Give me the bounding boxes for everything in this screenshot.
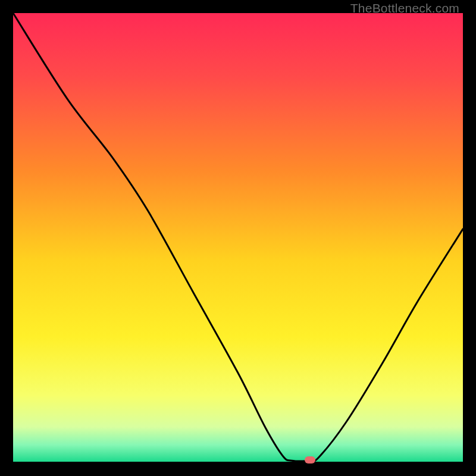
gradient-bg: [13, 13, 463, 463]
bottleneck-chart: [13, 13, 463, 463]
chart-frame: [13, 13, 463, 463]
optimal-point-marker: [305, 456, 315, 464]
